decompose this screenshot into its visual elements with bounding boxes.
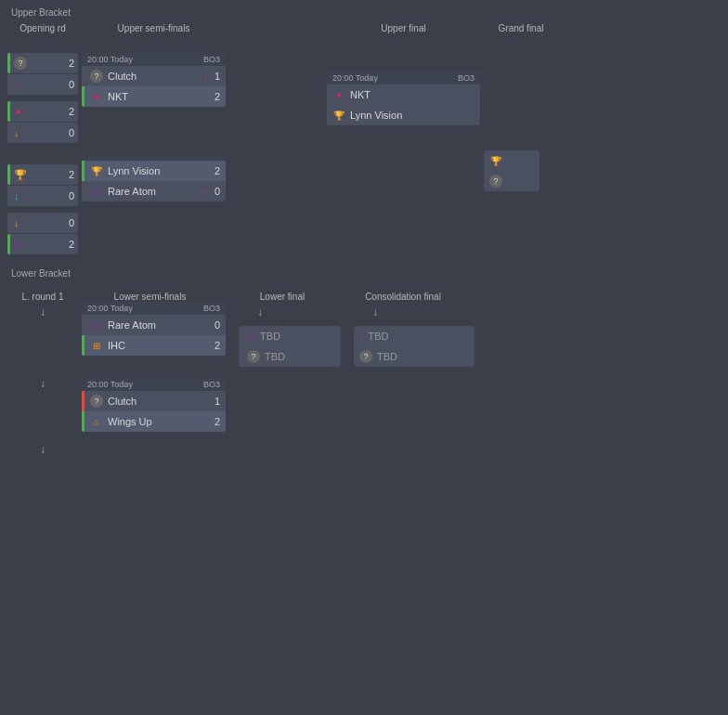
lower-semi-match-2: 20:00 Today BO3 ? Clutch 1 ⌂ Wings Up 2 <box>82 378 226 432</box>
team-name-ihc: IHC <box>108 340 209 351</box>
team-icon: ⬡ <box>14 240 22 250</box>
arrow-down-2: ↓ <box>7 373 78 394</box>
tbd-text: TBD <box>369 331 389 342</box>
team-icon: ↓ <box>14 127 20 138</box>
consol-final-header: Consolidation final <box>343 290 463 302</box>
team-score: 2 <box>209 416 220 427</box>
score-arrow: ↓ <box>203 72 207 81</box>
opening-team-row: ↓ 0 <box>7 123 78 143</box>
lower-semi-col: 20:00 Today BO3 ⬡ Rare Atom 0 ⊞ IHC 2 <box>82 302 226 436</box>
lower-l-round-col: ↓ ↓ <box>7 302 78 394</box>
arrow-down-1: ↓ <box>7 302 78 322</box>
team-row-lynnvision: 🏆 Lynn Vision 2 <box>82 161 226 181</box>
lynnvision-icon: 🏆 <box>332 109 345 122</box>
gf-team-2: ? <box>484 171 540 191</box>
team-score-nkt: 2 <box>209 91 220 102</box>
clutch-icon: ? <box>90 70 103 83</box>
team-row-rareatom: ⬡ Rare Atom ↓ 0 <box>82 181 226 202</box>
lower-final-arrow: ↓ <box>239 302 341 322</box>
match-time: 20:00 Today BO3 <box>82 53 226 66</box>
upper-final-team-lynnvision: 🏆 Lynn Vision <box>327 105 480 125</box>
lower-final-col: ↓ ⬡ TBD ? TBD <box>239 302 341 370</box>
lower-final-tbd-1: ⬡ TBD <box>239 326 341 346</box>
lower-bracket-headers: L. round 1 Lower semi-finals Lower final… <box>7 290 721 302</box>
opening-team-row: 🏆 2 <box>7 164 78 185</box>
lower-semi-match2-time: 20:00 Today BO3 <box>82 378 226 391</box>
team-score: 0 <box>209 319 220 331</box>
lower-final-header: Lower final <box>231 290 333 302</box>
opening-pair-3: 🏆 2 ↓ 0 <box>7 164 78 207</box>
opening-team-row: ↓ 0 <box>7 74 78 95</box>
grand-final-column: Grand final 🏆 ? <box>484 21 558 191</box>
ihc-icon: ⊞ <box>90 339 103 352</box>
upper-semi-col-header: Upper semi-finals <box>82 21 226 47</box>
upper-semi-finals-column: Upper semi-finals 20:00 Today BO3 ? Clut… <box>82 21 226 205</box>
l-round-header: L. round 1 <box>7 290 78 302</box>
consol-final-col: ↓ ↓ TBD ? TBD <box>354 302 474 370</box>
team-icon: ✦ <box>14 107 21 117</box>
team-name-rareatom: Rare Atom <box>108 186 203 197</box>
consol-tbd-2: ? TBD <box>354 346 474 367</box>
team-icon: 🏆 <box>14 169 27 181</box>
team-name-wingsup: Wings Up <box>108 416 209 427</box>
upper-bracket: Opening rd ? 2 ↓ 0 ✦ 2 ↓ <box>7 21 721 261</box>
team-icon: ↓ <box>14 217 20 228</box>
tbd-text: TBD <box>265 351 285 362</box>
team-icon: ↓ <box>14 190 20 202</box>
opening-pair-1: ? 2 ↓ 0 <box>7 53 78 96</box>
upper-final-match: 20:00 Today BO3 ✦ NKT 🏆 Lynn Vision <box>327 72 480 125</box>
upper-semi-match-1: 20:00 Today BO3 ? Clutch ↓ 1 ✦ NKT 2 <box>82 53 226 107</box>
opening-team-row: ↓ 0 <box>7 213 78 233</box>
lower-semi-match1-time: 20:00 Today BO3 <box>82 302 226 315</box>
team-score-rareatom: 0 <box>209 186 220 197</box>
opening-round-column: Opening rd ? 2 ↓ 0 ✦ 2 ↓ <box>7 21 78 261</box>
opening-team-row: ? 2 <box>7 53 78 73</box>
team-name-nkt: NKT <box>108 91 209 102</box>
opening-team-row: ↓ 0 <box>7 186 78 206</box>
tbd-text: TBD <box>377 351 397 362</box>
lower-final-card: ⬡ TBD ? TBD <box>239 326 341 367</box>
lower-semi-team-wingsup: ⌂ Wings Up 2 <box>82 411 226 432</box>
team-icon: ? <box>14 57 27 70</box>
gf-team2-icon: ? <box>489 175 502 188</box>
team-name: Lynn Vision <box>350 110 474 121</box>
opening-pair-2: ✦ 2 ↓ 0 <box>7 101 78 144</box>
consol-arrow: ↓ <box>354 302 474 322</box>
team-score: 2 <box>209 340 220 351</box>
opening-col-header: Opening rd <box>7 21 78 47</box>
team-name: NKT <box>350 89 474 100</box>
team-row-clutch: ? Clutch ↓ 1 <box>82 66 226 86</box>
team-icon: ↓ <box>14 80 19 90</box>
grand-final-col-header: Grand final <box>484 21 558 47</box>
opening-pair-4: ↓ 0 ⬡ 2 <box>7 213 78 255</box>
gf-team1-icon: 🏆 <box>489 154 502 167</box>
team-name-clutch: Clutch <box>108 396 209 407</box>
team-row-nkt: ✦ NKT 2 <box>82 86 226 107</box>
upper-final-time: 20:00 Today BO3 <box>327 72 480 84</box>
lower-semi-team-rareatom: ⬡ Rare Atom 0 <box>82 315 226 335</box>
upper-final-col-header: Upper final <box>327 21 480 47</box>
lower-semi-team-clutch: ? Clutch 1 <box>82 391 226 411</box>
ques-icon: ? <box>247 350 260 363</box>
upper-bracket-label: Upper Bracket <box>7 7 721 18</box>
rareatom-icon: ⬡ <box>90 185 103 198</box>
opening-team-row: ✦ 2 <box>7 101 78 122</box>
clutch-icon: ? <box>90 395 103 408</box>
opening-team-row: ⬡ 2 <box>7 234 78 254</box>
lower-bracket: L. round 1 Lower semi-finals Lower final… <box>7 290 721 460</box>
team-score: 1 <box>209 396 220 407</box>
team-score-lynnvision: 2 <box>209 165 220 176</box>
score-arrow: ↓ <box>203 188 207 196</box>
lower-bracket-row: ↓ ↓ 20:00 Today BO3 ⬡ Rare Atom 0 <box>7 302 721 436</box>
lynnvision-icon: 🏆 <box>90 164 103 177</box>
lower-semi-header: Lower semi-finals <box>78 290 222 302</box>
nkt-icon: ✦ <box>90 90 103 103</box>
consol-final-card: ↓ TBD ? TBD <box>354 326 474 367</box>
nkt-icon: ↓ <box>359 332 364 341</box>
team-score-clutch: 1 <box>209 71 220 82</box>
bottom-arrows: ↓ <box>7 439 721 460</box>
rareatom-icon: ⬡ <box>247 332 255 342</box>
team-name-lynnvision: Lynn Vision <box>108 165 209 176</box>
nkt-icon: ✦ <box>332 88 345 101</box>
lower-final-tbd-2: ? TBD <box>239 346 341 367</box>
